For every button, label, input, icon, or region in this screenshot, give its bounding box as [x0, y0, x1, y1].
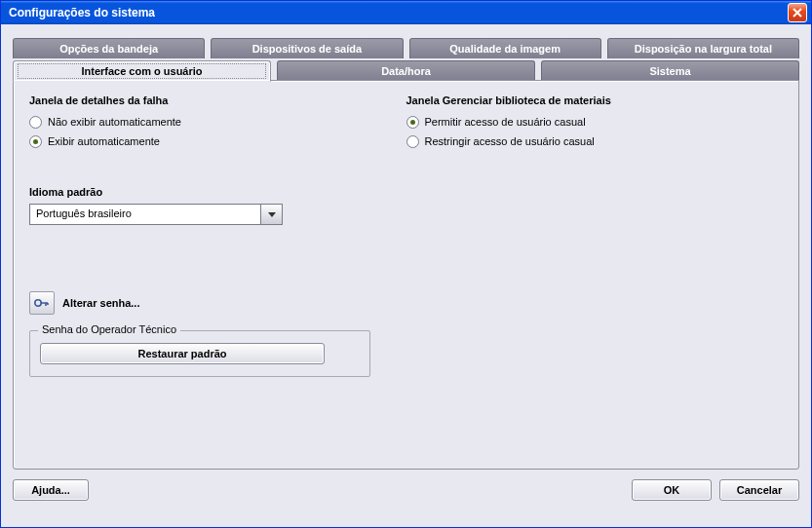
system-settings-window: Configurações do sistema Opções da bande… [0, 0, 812, 528]
top-columns: Janela de detalhes da falha Não exibir a… [29, 94, 783, 151]
radio-no-auto[interactable]: Não exibir automaticamente [29, 112, 406, 132]
tab-row-bottom: Interface com o usuário Data/hora Sistem… [13, 60, 799, 81]
language-label: Idioma padrão [29, 186, 783, 198]
ok-button[interactable]: OK [632, 479, 712, 501]
tab-image-quality[interactable]: Qualidade da imagem [409, 38, 601, 58]
radio-icon [406, 135, 419, 148]
tab-system[interactable]: Sistema [541, 60, 799, 81]
chevron-down-icon [268, 212, 276, 217]
language-value: Português brasileiro [30, 205, 260, 224]
tab-user-interface[interactable]: Interface com o usuário [13, 60, 271, 82]
close-icon [793, 8, 802, 18]
radio-icon [29, 116, 42, 129]
close-button[interactable] [788, 3, 807, 22]
restore-default-button[interactable]: Restaurar padrão [40, 343, 325, 364]
cancel-button[interactable]: Cancelar [719, 479, 799, 501]
operator-password-fieldset: Senha do Operador Técnico Restaurar padr… [29, 330, 370, 377]
key-icon [29, 291, 55, 315]
radio-auto[interactable]: Exibir automaticamente [29, 132, 406, 151]
fault-window-title: Janela de detalhes da falha [29, 94, 406, 106]
tab-panel-user-interface: Janela de detalhes da falha Não exibir a… [13, 80, 799, 470]
dialog-footer: Ajuda... OK Cancelar [13, 479, 799, 501]
fault-window-group: Janela de detalhes da falha Não exibir a… [29, 94, 406, 151]
dropdown-button[interactable] [260, 205, 282, 224]
radio-label: Restringir acesso de usuário casual [425, 135, 595, 147]
dialog-content: Opções da bandeja Dispositivos de saída … [1, 24, 811, 527]
tab-output-devices[interactable]: Dispositivos de saída [211, 38, 403, 58]
tabs-area: Opções da bandeja Dispositivos de saída … [13, 38, 799, 470]
radio-icon [406, 116, 419, 129]
radio-icon [29, 135, 42, 148]
language-dropdown[interactable]: Português brasileiro [29, 204, 283, 225]
window-title: Configurações do sistema [9, 6, 788, 19]
radio-allow-casual[interactable]: Permitir acesso de usuário casual [406, 112, 784, 132]
radio-restrict-casual[interactable]: Restringir acesso de usuário casual [406, 132, 784, 151]
tab-row-top: Opções da bandeja Dispositivos de saída … [13, 38, 799, 58]
tab-date-time[interactable]: Data/hora [277, 60, 535, 81]
svg-point-0 [35, 300, 41, 306]
change-password-row[interactable]: Alterar senha... [29, 291, 783, 315]
fieldset-legend: Senha do Operador Técnico [38, 323, 180, 335]
language-group: Idioma padrão Português brasileiro [29, 186, 783, 225]
radio-label: Não exibir automaticamente [48, 116, 181, 128]
tab-full-width-layout[interactable]: Disposição na largura total [607, 38, 799, 58]
library-window-title: Janela Gerenciar biblioteca de materiais [406, 94, 784, 106]
change-password-label: Alterar senha... [62, 297, 139, 309]
tab-tray-options[interactable]: Opções da bandeja [13, 38, 205, 58]
radio-label: Permitir acesso de usuário casual [425, 116, 586, 128]
help-button[interactable]: Ajuda... [13, 479, 89, 501]
library-window-group: Janela Gerenciar biblioteca de materiais… [406, 94, 784, 151]
titlebar: Configurações do sistema [1, 1, 811, 24]
radio-label: Exibir automaticamente [48, 135, 160, 147]
